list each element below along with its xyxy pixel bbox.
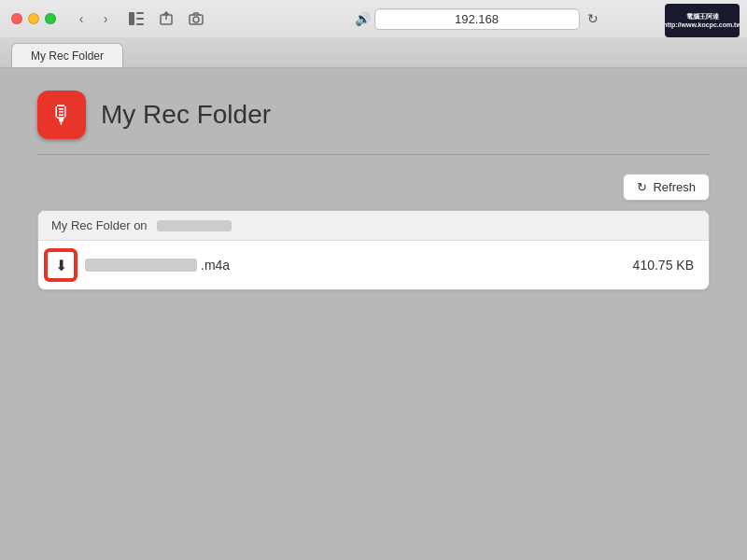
table-row: ⬇ .m4a 410.75 KB	[38, 241, 709, 289]
back-button[interactable]: ‹	[71, 8, 92, 29]
close-button[interactable]	[11, 13, 22, 24]
reload-button[interactable]: ↻	[587, 11, 599, 26]
tab-label: My Rec Folder	[31, 49, 104, 63]
sidebar-icon	[129, 12, 144, 25]
divider	[37, 154, 710, 155]
refresh-label: Refresh	[653, 180, 696, 194]
browser-chrome: ‹ ›	[0, 0, 747, 68]
toolbar-icons	[123, 6, 209, 32]
minimize-button[interactable]	[28, 13, 39, 24]
file-size: 410.75 KB	[633, 258, 701, 273]
app-header: 🎙 My Rec Folder	[37, 91, 710, 139]
watermark: 電腦王阿達 http://www.kocpc.com.tw	[665, 4, 740, 37]
content-area: 🎙 My Rec Folder ↻ Refresh My Rec Folder …	[0, 68, 747, 560]
traffic-lights	[11, 13, 56, 24]
svg-point-6	[193, 17, 199, 22]
svg-rect-3	[136, 23, 144, 25]
refresh-btn-container: ↻ Refresh	[37, 174, 710, 201]
sidebar-toggle-button[interactable]	[123, 6, 149, 32]
file-extension: .m4a	[201, 258, 230, 273]
file-list-header: My Rec Folder on	[38, 211, 709, 241]
maximize-button[interactable]	[45, 13, 56, 24]
download-button[interactable]: ⬇	[46, 250, 76, 280]
refresh-icon: ↻	[637, 180, 647, 194]
file-list: My Rec Folder on ⬇ .m4a 410.75 KB	[37, 210, 710, 290]
svg-rect-0	[129, 12, 134, 25]
volume-button[interactable]: 🔊	[355, 11, 371, 26]
screenshot-button[interactable]	[183, 6, 209, 32]
svg-rect-2	[136, 18, 144, 20]
share-icon	[159, 11, 174, 26]
file-list-header-text: My Rec Folder on	[51, 218, 148, 232]
file-name-blur	[85, 259, 197, 272]
svg-rect-1	[136, 12, 144, 14]
tab-bar: My Rec Folder	[0, 37, 747, 67]
camera-icon	[189, 11, 204, 26]
refresh-button[interactable]: ↻ Refresh	[623, 174, 710, 201]
page-title: My Rec Folder	[101, 100, 271, 130]
address-bar[interactable]: 192.168	[374, 8, 580, 30]
app-icon: 🎙	[37, 91, 86, 139]
address-bar-container: 🔊 192.168 ↻	[217, 8, 736, 30]
title-bar: ‹ ›	[0, 0, 747, 37]
nav-buttons: ‹ ›	[71, 8, 116, 29]
download-icon: ⬇	[55, 257, 67, 274]
browser-tab[interactable]: My Rec Folder	[11, 43, 123, 67]
forward-button[interactable]: ›	[95, 8, 116, 29]
device-name-blur	[157, 220, 232, 231]
share-button[interactable]	[153, 6, 179, 32]
watermark-text: 電腦王阿達 http://www.kocpc.com.tw	[665, 12, 740, 29]
microphone-icon: 🎙	[49, 101, 74, 130]
